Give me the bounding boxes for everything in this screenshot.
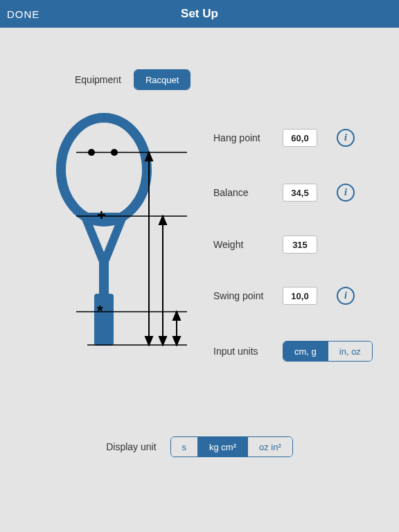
- racquet-diagram: + *: [48, 111, 187, 367]
- weight-input[interactable]: 315: [283, 236, 317, 254]
- equipment-row: Equipment Racquet: [75, 69, 190, 90]
- display-unit-label: Display unit: [106, 441, 156, 452]
- svg-marker-15: [159, 216, 166, 224]
- swing-point-input[interactable]: 10,0: [283, 287, 317, 305]
- input-units-label: Input units: [213, 346, 283, 357]
- hang-point-info-icon[interactable]: i: [337, 129, 355, 147]
- swing-point-info-icon[interactable]: i: [337, 287, 355, 305]
- equipment-label: Equipment: [75, 74, 121, 85]
- svg-rect-1: [99, 260, 109, 298]
- swing-point-label: Swing point: [213, 290, 283, 301]
- svg-marker-19: [173, 337, 180, 345]
- display-unit-row: Display unit s kg cm² oz in²: [0, 436, 399, 457]
- display-unit-option-kgcm2[interactable]: kg cm²: [197, 437, 247, 456]
- swing-point-row: Swing point 10,0 i: [213, 287, 355, 305]
- display-unit-option-s[interactable]: s: [171, 437, 198, 456]
- input-units-option-metric[interactable]: cm, g: [283, 342, 328, 361]
- svg-marker-16: [159, 337, 166, 345]
- equipment-segmented[interactable]: Racquet: [134, 69, 190, 90]
- svg-text:*: *: [97, 302, 103, 319]
- weight-label: Weight: [213, 239, 283, 250]
- display-unit-option-ozin2[interactable]: oz in²: [247, 437, 292, 456]
- balance-input[interactable]: 34,5: [283, 184, 317, 202]
- display-unit-segmented[interactable]: s kg cm² oz in²: [170, 436, 293, 457]
- svg-marker-13: [145, 337, 152, 345]
- input-units-option-imperial[interactable]: in, oz: [328, 342, 372, 361]
- input-units-row: Input units cm, g in, oz: [213, 341, 373, 362]
- hang-point-row: Hang point 60,0 i: [213, 129, 355, 147]
- input-units-segmented[interactable]: cm, g in, oz: [283, 341, 373, 362]
- weight-row: Weight 315: [213, 236, 317, 254]
- balance-label: Balance: [213, 187, 283, 198]
- hang-point-label: Hang point: [213, 132, 283, 143]
- equipment-option-racquet[interactable]: Racquet: [134, 70, 190, 89]
- hang-point-input[interactable]: 60,0: [283, 129, 317, 147]
- svg-text:+: +: [97, 206, 106, 224]
- svg-marker-18: [173, 312, 180, 320]
- page-title: Set Up: [181, 7, 218, 21]
- balance-info-icon[interactable]: i: [337, 184, 355, 202]
- done-button[interactable]: DONE: [7, 8, 39, 20]
- header: DONE Set Up: [0, 0, 399, 28]
- balance-row: Balance 34,5 i: [213, 184, 355, 202]
